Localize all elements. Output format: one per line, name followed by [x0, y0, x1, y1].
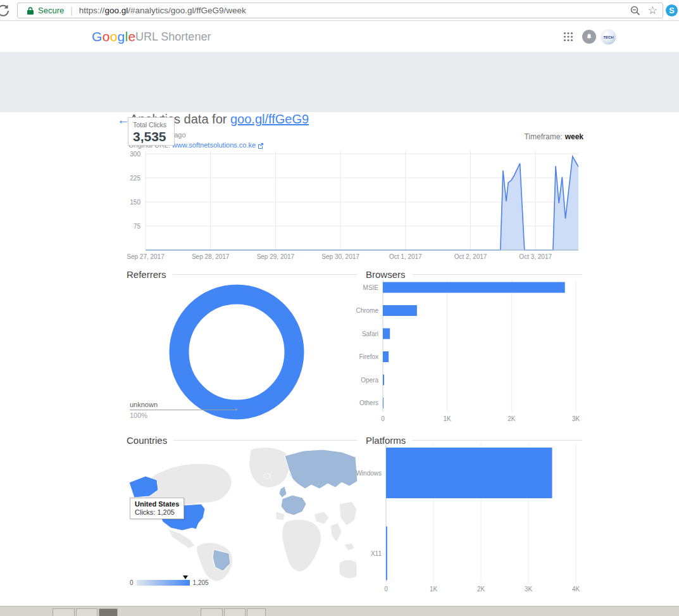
total-clicks-box: Total Clicks 3,535: [128, 117, 175, 146]
timeframe-row: Timeframe:week: [443, 132, 583, 141]
svg-text:MSIE: MSIE: [363, 284, 379, 291]
taskbar-button[interactable]: [76, 608, 97, 616]
svg-text:Windows: Windows: [356, 470, 382, 477]
map-legend: 0 1,205: [130, 579, 209, 586]
svg-text:2K: 2K: [508, 415, 516, 422]
skype-icon[interactable]: S: [666, 4, 678, 16]
svg-text:0: 0: [381, 415, 385, 422]
map-europe: [281, 495, 306, 515]
svg-text:3K: 3K: [572, 415, 580, 422]
svg-text:Sep 28, 2017: Sep 28, 2017: [192, 253, 230, 260]
legend-max: 1,205: [193, 579, 209, 586]
map-greenland: [249, 448, 290, 488]
svg-text:Oct 1, 2017: Oct 1, 2017: [389, 253, 422, 260]
referrer-percent: 100%: [130, 412, 236, 419]
browser-toolbar: Secure | https://goo.gl/#analytics/goo.g…: [0, 0, 679, 21]
svg-text:225: 225: [130, 175, 140, 182]
legend-marker-icon: [183, 575, 188, 579]
referrer-label: unknown: [130, 401, 236, 408]
total-clicks-label: Total Clicks: [133, 121, 174, 129]
star-icon[interactable]: ☆: [648, 5, 657, 16]
map-africa: [282, 520, 321, 572]
app-header: Google URL Shortener TECH: [0, 22, 679, 52]
notifications-bell-icon[interactable]: [582, 30, 596, 44]
map-spain: [276, 512, 285, 520]
legend-gradient-bar: [137, 580, 190, 586]
svg-text:Sep 27, 2017: Sep 27, 2017: [127, 253, 165, 260]
map-iceland: [263, 474, 271, 479]
svg-text:0: 0: [384, 586, 388, 593]
taskbar-button[interactable]: [53, 608, 75, 616]
map-middle-east: [314, 512, 329, 524]
url-divider: |: [70, 6, 73, 16]
referrers-callout: unknown 100%: [130, 401, 236, 419]
svg-text:300: 300: [130, 151, 140, 158]
browser-window: { "browser_chrome": { "security_label": …: [0, 0, 679, 616]
legend-min: 0: [130, 579, 134, 586]
svg-text:Safari: Safari: [362, 330, 378, 337]
svg-text:1K: 1K: [430, 586, 438, 593]
svg-text:Oct 3, 2017: Oct 3, 2017: [519, 253, 552, 260]
url-text[interactable]: https://goo.gl/#analytics/goo.gl/ffGeG9/…: [79, 6, 625, 15]
svg-text:Opera: Opera: [361, 377, 378, 384]
clicks-timeline-chart: 75150225300Sep 27, 2017Sep 28, 2017Sep 2…: [127, 149, 578, 263]
secure-label: Secure: [38, 6, 64, 15]
svg-text:Firefox: Firefox: [359, 353, 378, 360]
taskbar-button-active[interactable]: [99, 608, 118, 616]
map-russia: [285, 449, 358, 489]
reload-icon[interactable]: [0, 4, 10, 18]
svg-text:Sep 29, 2017: Sep 29, 2017: [257, 253, 295, 260]
tooltip-clicks: Clicks: 1,205: [135, 508, 179, 516]
svg-text:X11: X11: [371, 550, 382, 557]
map-mexico: [168, 529, 195, 548]
svg-text:150: 150: [130, 199, 140, 206]
svg-text:Chrome: Chrome: [356, 307, 378, 314]
product-name: URL Shortener: [135, 30, 211, 44]
timeframe-value[interactable]: week: [565, 132, 583, 141]
short-link[interactable]: goo.gl/ffGeG9: [230, 112, 309, 126]
browsers-bar-chart: 01K2K3KMSIEChromeSafariFirefoxOperaOther…: [354, 277, 601, 429]
total-clicks-value: 3,535: [133, 129, 174, 144]
svg-text:Others: Others: [359, 399, 378, 406]
google-logo[interactable]: Google: [92, 29, 136, 44]
address-bar[interactable]: Secure | https://goo.gl/#analytics/goo.g…: [17, 3, 663, 18]
original-url-link[interactable]: www.softnetsolutions.co.ke: [172, 141, 256, 149]
lock-icon[interactable]: [27, 6, 34, 15]
svg-text:75: 75: [134, 223, 141, 230]
analytics-banner: ← Analytics data for goo.gl/ffGeG9 Creat…: [0, 52, 679, 112]
map-se-asia: [344, 543, 354, 551]
account-avatar[interactable]: TECH: [601, 30, 616, 44]
taskbar-button[interactable]: [247, 608, 266, 616]
zoom-icon[interactable]: [630, 6, 640, 16]
svg-text:3K: 3K: [525, 586, 533, 593]
platforms-bar-chart: 01K2K3K4KWindowsX11: [354, 441, 601, 598]
taskbar-button[interactable]: [201, 608, 223, 616]
svg-text:2K: 2K: [477, 586, 485, 593]
svg-text:1K: 1K: [444, 415, 452, 422]
tooltip-country: United States: [135, 500, 179, 508]
taskbar-button[interactable]: [224, 608, 246, 616]
map-tooltip: United States Clicks: 1,205: [130, 498, 184, 519]
callout-line: [130, 410, 236, 410]
svg-text:Sep 30, 2017: Sep 30, 2017: [321, 253, 359, 260]
map-uk: [279, 486, 287, 498]
os-taskbar[interactable]: [0, 606, 679, 616]
svg-text:Oct 2, 2017: Oct 2, 2017: [454, 253, 487, 260]
svg-text:4K: 4K: [572, 586, 580, 593]
apps-grid-icon[interactable]: [563, 32, 573, 44]
map-india: [330, 523, 342, 542]
